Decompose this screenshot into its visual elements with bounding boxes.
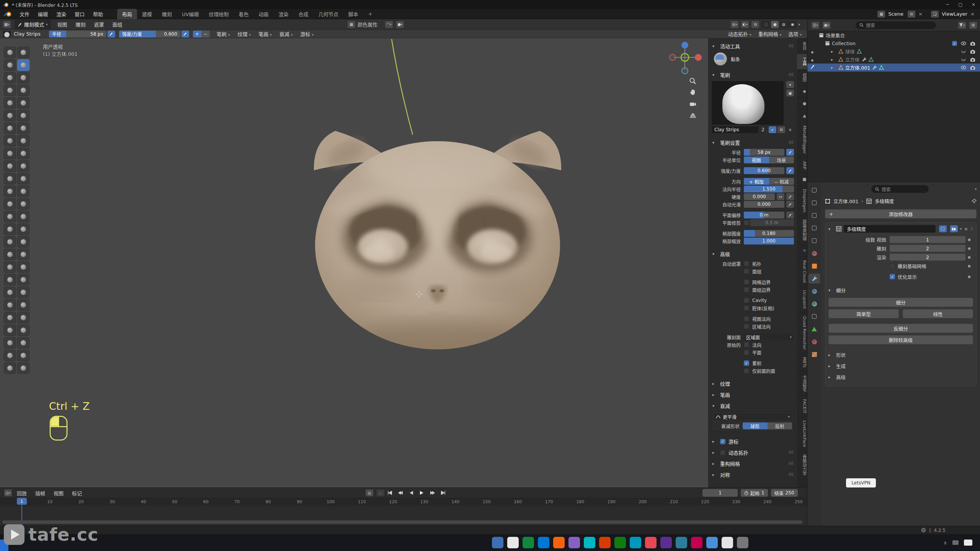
outliner-search[interactable]: 搜索 (856, 21, 936, 29)
workspace-tab-脚本[interactable]: 脚本 (343, 9, 363, 19)
radius-pressure-icon[interactable] (108, 31, 115, 37)
close-button[interactable]: × (967, 2, 980, 7)
hardness-invert-icon[interactable]: ↔ (777, 193, 784, 200)
viewport-canvas[interactable]: 用户透视 (1) 立方体.001 Ctrl + Z (0, 38, 807, 487)
properties-search[interactable]: 搜索 (871, 185, 929, 193)
filter-funnel-icon[interactable]: ▾ (958, 22, 966, 29)
strength-pressure-icon[interactable] (181, 31, 189, 37)
remove-viewlayer-button[interactable]: × (970, 11, 975, 17)
sidebar-tab-卡渲秘宅[interactable]: 卡渲秘宅 (797, 372, 807, 396)
sidebar-tab-▲[interactable]: ▲ (797, 110, 807, 122)
taskbar-app-icon[interactable] (722, 537, 733, 548)
sidebar-tab-ARP[interactable]: ARP (797, 158, 807, 173)
cursor-header[interactable]: 游标 (728, 438, 738, 445)
strength-slider-panel[interactable]: 0.600 (744, 167, 784, 174)
tool-icon[interactable] (4, 59, 16, 71)
normal-radius-slider[interactable]: 1.550 (744, 186, 794, 192)
workspace-tab-布局[interactable]: 布局 (117, 9, 137, 19)
play-button[interactable] (417, 489, 427, 497)
subdivision-section-header[interactable]: 细分 (836, 287, 846, 294)
perspective-grid-icon[interactable] (689, 112, 697, 121)
tool-icon[interactable] (4, 135, 16, 147)
sidebar-tab-●[interactable]: ● (797, 98, 807, 110)
dyntopo-header[interactable]: 动态拓扑 (728, 449, 748, 456)
tool-icon[interactable] (17, 337, 29, 349)
tool-icon[interactable] (17, 173, 29, 184)
taskbar-app-icon[interactable] (691, 537, 702, 548)
brush-falloff-icon[interactable]: ◠▾ (385, 21, 393, 28)
breadcrumb-object[interactable]: 立方体.001 (833, 197, 858, 205)
properties-tab-layers[interactable] (808, 223, 820, 233)
taskbar-app-icon[interactable] (507, 537, 519, 548)
properties-tab-ball[interactable] (808, 337, 820, 347)
viewlayer-selector[interactable]: ViewLayer (942, 11, 967, 17)
sidebar-tab-◆[interactable]: ◆ (797, 85, 807, 98)
taskbar-app-icon[interactable] (645, 537, 657, 548)
taskbar-app-icon[interactable] (492, 537, 503, 548)
remesh-header[interactable]: 重构网格 (720, 460, 740, 467)
properties-tab-checker[interactable] (808, 349, 820, 359)
strength-pen-icon[interactable] (786, 167, 794, 174)
falloff-header[interactable]: 衰减 (720, 402, 730, 409)
timeline-editor-icon[interactable]: ◷▾ (4, 489, 12, 496)
minimize-button[interactable]: ─ (941, 2, 954, 7)
taskbar-app-icon[interactable] (614, 537, 626, 548)
menu-窗口[interactable]: 窗口 (70, 10, 89, 19)
new-scene-button[interactable]: ⧉ (908, 11, 915, 18)
workspace-tab-+[interactable]: + (363, 10, 377, 18)
automask-checkbox-网格边界[interactable] (744, 279, 749, 285)
tool-icon[interactable] (4, 211, 16, 222)
jump-to-end-button[interactable] (438, 489, 448, 497)
tool-icon[interactable] (4, 85, 16, 96)
sidebar-tab-骨骼动力学[interactable]: 骨骼动力学 (797, 451, 807, 479)
brush-section-header[interactable]: 笔刷 (720, 71, 730, 78)
tip-roundness-slider[interactable]: 0.180 (744, 230, 794, 237)
dropdown-选项[interactable]: 选项 ▾ (788, 30, 802, 37)
tool-icon[interactable] (4, 223, 16, 235)
tool-icon[interactable] (4, 337, 16, 349)
tool-icon[interactable] (4, 198, 16, 210)
modifier-field-渲染[interactable]: 2 (890, 254, 965, 261)
tray-expand-icon[interactable]: ∧ (943, 540, 947, 546)
playhead-badge[interactable]: 1 (17, 498, 27, 505)
automask-checkbox-区域法向[interactable] (744, 324, 749, 329)
active-brush-name[interactable]: Clay Strips (14, 31, 41, 37)
falloff-preset-dropdown[interactable]: 更平滑▾ (714, 413, 792, 420)
properties-tab-world[interactable] (808, 248, 820, 258)
tool-icon[interactable] (4, 287, 16, 298)
brush-users-count[interactable]: 2 (758, 126, 768, 133)
pin-icon[interactable] (972, 199, 977, 204)
next-keyframe-button[interactable] (428, 489, 438, 497)
tool-icon[interactable] (17, 97, 29, 109)
tool-icon[interactable] (17, 236, 29, 248)
breadcrumb-modifier[interactable]: 多级精度 (875, 197, 894, 205)
menu-雕刻[interactable]: 雕刻 (72, 20, 90, 29)
keying-set-icon[interactable]: ◇ (377, 489, 384, 496)
automask-checkbox-腔体(反相)[interactable] (744, 305, 749, 311)
play-reverse-button[interactable] (406, 489, 416, 497)
outliner-row-立方体[interactable]: ●▸立方体 (807, 55, 980, 64)
mode-selector[interactable]: 雕刻模式▾ (15, 20, 51, 29)
menu-视图[interactable]: 视图 (53, 20, 72, 29)
pan-hand-icon[interactable] (689, 89, 697, 98)
gizmo-z-axis[interactable] (681, 42, 688, 49)
sidebar-tab-Dropletgen[interactable]: Dropletgen (797, 186, 807, 216)
zoom-icon[interactable] (689, 77, 697, 86)
tool-icon[interactable] (4, 110, 16, 121)
sidebar-tab-条目[interactable]: 条目 (797, 38, 807, 54)
tool-icon[interactable] (4, 72, 16, 83)
maximize-button[interactable]: ▢ (954, 2, 967, 7)
shape-section-header[interactable]: 形状 (836, 351, 846, 359)
sidebar-tab-■[interactable]: ■ (797, 173, 807, 186)
active-tool-header[interactable]: 活动工具 (720, 42, 740, 50)
direction-toggle[interactable]: +− (193, 31, 210, 37)
modifier-extras-icon[interactable]: ▾ (960, 227, 962, 231)
taskbar-app-icon[interactable] (584, 537, 595, 548)
plane-offset-slider[interactable]: 0 m (744, 212, 784, 218)
radius-unit-toggle[interactable]: 视图场景 (744, 156, 794, 163)
tool-icon[interactable] (4, 236, 16, 248)
taskbar-app-icon[interactable] (630, 537, 641, 548)
delete-higher-button[interactable]: 删除较高级 (828, 335, 973, 344)
tool-icon[interactable] (4, 173, 16, 184)
shading-solid-icon[interactable]: ● (771, 21, 779, 28)
